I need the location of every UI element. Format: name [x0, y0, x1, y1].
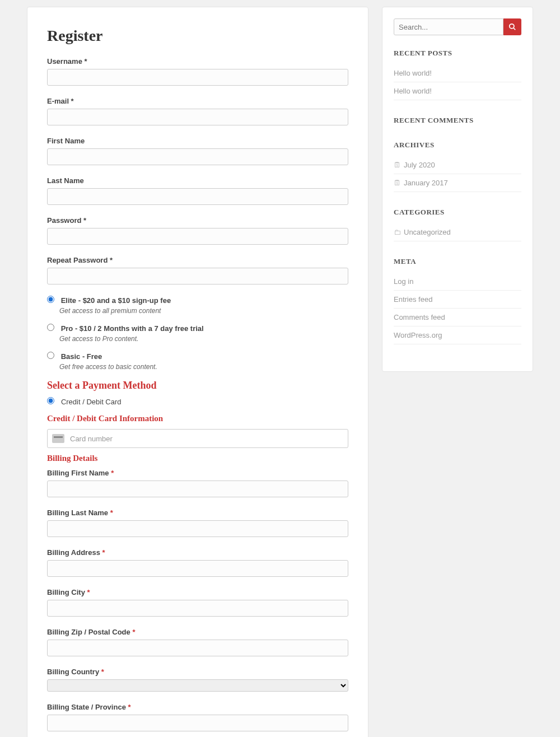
email-input[interactable]	[47, 109, 348, 125]
plan-description: Get access to Pro content.	[59, 335, 348, 343]
recent-comments-title: RECENT COMMENTS	[394, 116, 521, 125]
list-item: Hello world!	[394, 64, 521, 82]
plan-option[interactable]: Basic - Free	[47, 352, 102, 361]
plan-radio[interactable]	[47, 352, 54, 359]
firstname-input[interactable]	[47, 148, 348, 165]
recent-post-link[interactable]: Hello world!	[394, 87, 432, 95]
billing-country-select[interactable]	[47, 679, 348, 692]
plan-radio[interactable]	[47, 296, 54, 303]
plan-label: Basic - Free	[61, 352, 102, 361]
recent-posts-title: RECENT POSTS	[394, 49, 521, 58]
repeat-password-label: Repeat Password *	[47, 256, 348, 264]
archive-link[interactable]: July 2020	[404, 161, 435, 169]
archive-link[interactable]: January 2017	[404, 179, 448, 187]
list-item: 🗀Uncategorized	[394, 223, 521, 241]
billing-state-label: Billing State / Province *	[47, 703, 348, 711]
folder-icon: 🗀	[394, 228, 402, 236]
billing-last-label: Billing Last Name *	[47, 509, 348, 517]
repeat-password-input[interactable]	[47, 268, 348, 284]
categories-title: CATEGORIES	[394, 208, 521, 217]
plan-label: Elite - $20 and a $10 sign-up fee	[61, 296, 171, 305]
plan-description: Get access to all premium content	[59, 307, 348, 315]
search-icon	[508, 23, 516, 31]
lastname-input[interactable]	[47, 188, 348, 205]
calendar-icon: 🗓	[394, 161, 402, 169]
billing-zip-label: Billing Zip / Postal Code *	[47, 628, 348, 636]
password-input[interactable]	[47, 228, 348, 245]
list-item: Comments feed	[394, 309, 521, 326]
list-item: Log in	[394, 273, 521, 291]
billing-heading: Billing Details	[47, 454, 348, 463]
lastname-label: Last Name	[47, 176, 348, 185]
payment-method-radio[interactable]	[47, 397, 54, 404]
search-input[interactable]	[394, 18, 503, 35]
email-label: E-mail *	[47, 97, 348, 105]
billing-first-input[interactable]	[47, 481, 348, 497]
billing-city-input[interactable]	[47, 600, 348, 617]
billing-address-input[interactable]	[47, 560, 348, 577]
plan-option[interactable]: Pro - $10 / 2 Months with a 7 day free t…	[47, 324, 204, 333]
credit-card-icon	[52, 434, 64, 443]
payment-method-heading: Select a Payment Method	[47, 380, 348, 391]
username-input[interactable]	[47, 69, 348, 86]
meta-link[interactable]: Log in	[394, 277, 413, 286]
payment-method-label: Credit / Debit Card	[61, 398, 122, 406]
list-item: Hello world!	[394, 82, 521, 100]
billing-country-label: Billing Country *	[47, 668, 348, 676]
archives-title: ARCHIVES	[394, 141, 521, 150]
meta-title: META	[394, 257, 521, 266]
calendar-icon: 🗓	[394, 179, 402, 187]
list-item: 🗓January 2017	[394, 174, 521, 192]
billing-city-label: Billing City *	[47, 588, 348, 596]
plan-description: Get free access to basic content.	[59, 363, 348, 371]
billing-last-input[interactable]	[47, 520, 348, 537]
billing-first-label: Billing First Name *	[47, 469, 348, 477]
plan-label: Pro - $10 / 2 Months with a 7 day free t…	[61, 324, 204, 333]
firstname-label: First Name	[47, 137, 348, 145]
list-item: 🗓July 2020	[394, 156, 521, 174]
recent-post-link[interactable]: Hello world!	[394, 69, 432, 77]
billing-zip-input[interactable]	[47, 640, 348, 656]
plan-radio[interactable]	[47, 324, 54, 331]
meta-link[interactable]: Comments feed	[394, 313, 445, 321]
category-link[interactable]: Uncategorized	[404, 228, 451, 236]
sidebar: RECENT POSTS Hello world!Hello world! RE…	[382, 7, 533, 372]
password-label: Password *	[47, 216, 348, 225]
search-button[interactable]	[503, 18, 521, 35]
card-info-heading: Credit / Debit Card Information	[47, 414, 348, 423]
card-placeholder: Card number	[70, 435, 113, 443]
svg-line-1	[514, 28, 516, 30]
card-number-input[interactable]: Card number	[47, 429, 348, 448]
list-item: WordPress.org	[394, 326, 521, 344]
main-content: Register Username * E-mail * First Name …	[27, 7, 368, 737]
meta-link[interactable]: WordPress.org	[394, 331, 442, 339]
billing-state-input[interactable]	[47, 715, 348, 731]
plan-option[interactable]: Elite - $20 and a $10 sign-up fee	[47, 296, 171, 305]
list-item: Entries feed	[394, 291, 521, 309]
billing-address-label: Billing Address *	[47, 548, 348, 557]
page-title: Register	[47, 27, 348, 45]
meta-link[interactable]: Entries feed	[394, 295, 432, 304]
username-label: Username *	[47, 57, 348, 66]
svg-point-0	[510, 24, 514, 29]
